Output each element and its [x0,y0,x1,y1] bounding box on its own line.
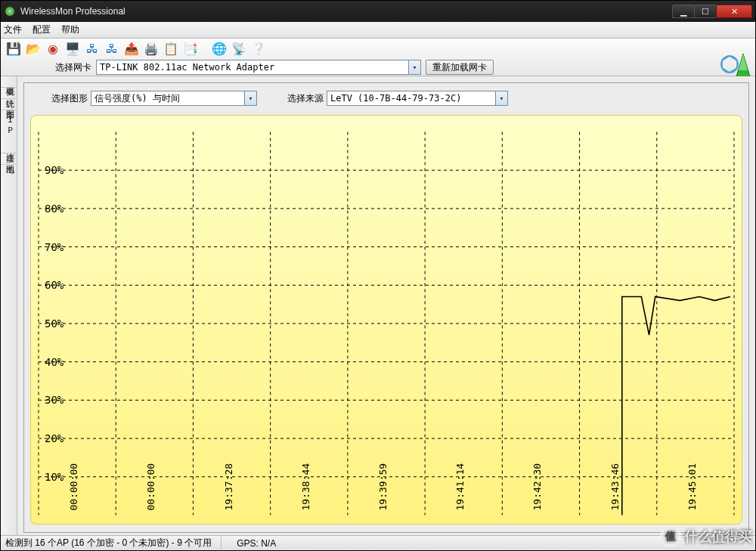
svg-text:30%: 30% [45,394,64,406]
select-source-combo[interactable]: LeTV (10-7B-44-79-73-2C) ▾ [327,91,508,106]
menubar: 文件 配置 帮助 [1,22,755,39]
chevron-down-icon: ▾ [495,91,507,105]
svg-text:19:43:46: 19:43:46 [609,463,621,511]
tab-map[interactable]: 地图 [1,153,17,165]
select-source-value: LeTV (10-7B-44-79-73-2C) [330,93,461,104]
side-tabs: 概要 统计 图形 IP 连接 地图 [1,76,17,535]
select-chart-label: 选择图形 [51,92,88,105]
record-icon[interactable]: ◉ [45,41,61,57]
workarea: 概要 统计 图形 IP 连接 地图 选择图形 信号强度(%) 与时间 ▾ 选择来… [1,76,755,535]
maximize-button[interactable]: ☐ [694,5,717,18]
svg-text:80%: 80% [45,203,64,215]
network3-icon[interactable]: 🖧 [104,41,120,57]
signal-chart: 10%20%30%40%50%60%70%80%90%00:00:0000:00… [30,115,742,525]
graph-panel: 选择图形 信号强度(%) 与时间 ▾ 选择来源 LeTV (10-7B-44-7… [23,82,749,533]
titlebar: WirelessMon Professional ▁ ☐ ✕ [1,1,755,22]
adapter-row: 选择网卡 TP-LINK 802.11ac Network Adapter ▾ … [5,59,751,76]
app-icon [4,5,16,17]
svg-marker-3 [739,54,748,70]
svg-text:00:00:00: 00:00:00 [68,463,79,511]
chevron-down-icon: ▾ [244,91,256,105]
status-gps: GPS: N/A [237,538,285,549]
clipboard-icon[interactable]: 📑 [182,41,199,57]
app-logo [720,51,751,79]
select-chart-value: 信号强度(%) 与时间 [94,92,180,105]
graph-selectors: 选择图形 信号强度(%) 与时间 ▾ 选择来源 LeTV (10-7B-44-7… [30,89,742,107]
close-button[interactable]: ✕ [716,5,752,18]
chevron-down-icon: ▾ [408,60,420,74]
print-icon[interactable]: 🖨️ [143,41,160,57]
export-icon[interactable]: 📤 [123,41,140,57]
toolbar: 💾 📂 ◉ 🖥️ 🖧 🖧 📤 🖨️ 📋 📑 🌐 📡 ❔ 选择网卡 TP-LINK… [1,39,755,76]
svg-text:70%: 70% [45,241,64,253]
svg-point-1 [8,10,11,13]
select-source-label: 选择来源 [287,92,324,105]
svg-text:19:45:01: 19:45:01 [686,463,698,511]
menu-config[interactable]: 配置 [33,23,51,36]
window-controls: ▁ ☐ ✕ [673,5,752,18]
globe-icon[interactable]: 🌐 [211,41,228,57]
adapter-label: 选择网卡 [55,61,91,74]
network1-icon[interactable]: 🖥️ [64,41,81,57]
svg-text:50%: 50% [45,317,64,330]
adapter-value: TP-LINK 802.11ac Network Adapter [100,62,274,73]
reload-adapter-button[interactable]: 重新加载网卡 [426,60,494,75]
tab-summary[interactable]: 概要 [1,76,17,88]
tab-ip[interactable]: IP 连接 [1,110,17,153]
window-title: WirelessMon Professional [20,6,673,17]
network2-icon[interactable]: 🖧 [84,41,101,57]
statusbar: 检测到 16 个AP (16 个加密 - 0 个未加密) - 9 个可用 GPS… [1,535,755,550]
log-icon[interactable]: 📋 [163,41,179,57]
tab-stats[interactable]: 统计 [1,88,17,99]
svg-text:19:38:44: 19:38:44 [300,463,311,511]
svg-text:60%: 60% [45,279,64,291]
folder-icon[interactable]: 📂 [25,41,42,57]
svg-text:19:37:28: 19:37:28 [223,463,234,511]
svg-text:19:42:30: 19:42:30 [531,463,543,511]
tab-graph[interactable]: 图形 [1,99,17,110]
status-ap-summary: 检测到 16 个AP (16 个加密 - 0 个未加密) - 9 个可用 [5,537,222,549]
adapter-select[interactable]: TP-LINK 802.11ac Network Adapter ▾ [96,60,421,75]
svg-text:90%: 90% [45,164,64,176]
svg-text:00:00:00: 00:00:00 [145,463,156,511]
svg-point-4 [721,56,738,73]
save-icon[interactable]: 💾 [5,41,22,57]
svg-text:19:39:59: 19:39:59 [377,463,389,511]
speaker-icon[interactable]: 📡 [231,41,247,57]
svg-text:40%: 40% [45,356,64,368]
svg-text:20%: 20% [45,432,64,444]
select-chart-combo[interactable]: 信号强度(%) 与时间 ▾ [91,91,257,106]
help-icon[interactable]: ❔ [250,41,267,57]
svg-text:19:41:14: 19:41:14 [454,463,466,511]
toolbar-icons: 💾 📂 ◉ 🖥️ 🖧 🖧 📤 🖨️ 📋 📑 🌐 📡 ❔ [5,40,751,57]
svg-text:10%: 10% [45,471,64,483]
main-panel: 选择图形 信号强度(%) 与时间 ▾ 选择来源 LeTV (10-7B-44-7… [17,76,755,535]
menu-help[interactable]: 帮助 [61,23,79,36]
minimize-button[interactable]: ▁ [672,5,695,18]
menu-file[interactable]: 文件 [4,23,22,36]
